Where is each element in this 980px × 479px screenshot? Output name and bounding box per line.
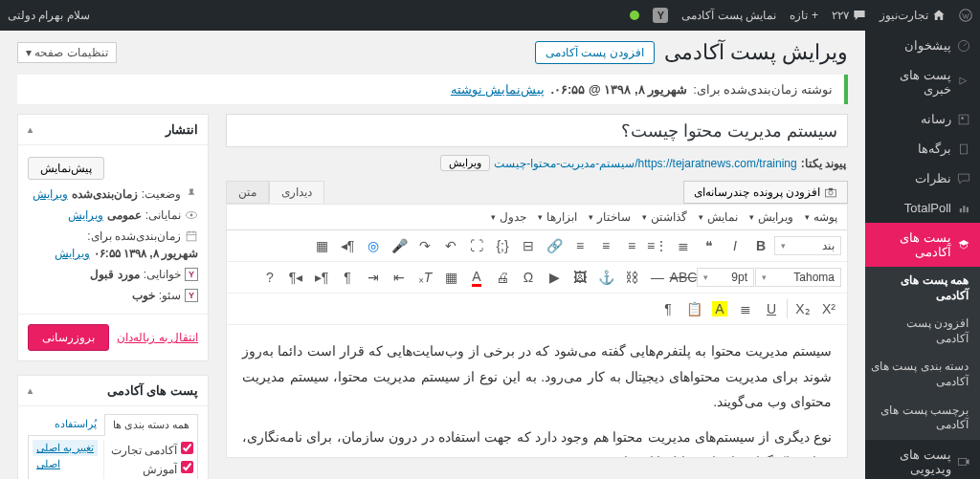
menu-table[interactable]: جدول <box>487 208 530 226</box>
cat-primary-2[interactable]: اصلی <box>33 456 98 472</box>
code-button[interactable]: {;} <box>490 233 515 258</box>
trash-link[interactable]: انتقال به زباله‌دان <box>117 331 198 344</box>
comments-link[interactable]: ۲۲۷ <box>832 9 866 22</box>
toolbar-row-1: بند B I ❝ ≣ ⋮≡ ≡ ≡ ≡ 🔗 ⊟ {;} ⛶ ↶ ↷ 🎤 ◎ <box>227 230 847 262</box>
anchor-button[interactable]: ⚓ <box>593 265 618 290</box>
menu-pages[interactable]: برگه‌ها <box>865 134 980 163</box>
undo-button[interactable]: ↶ <box>438 233 463 258</box>
update-button[interactable]: بروزرسانی <box>28 324 109 351</box>
publish-box-title[interactable]: انتشار <box>18 115 208 145</box>
bg-color-button[interactable]: A <box>707 296 732 321</box>
post-title-input[interactable] <box>226 114 848 147</box>
fullscreen-button[interactable]: ⛶ <box>464 233 489 258</box>
special-char-button[interactable]: Ω <box>516 265 541 290</box>
edit-schedule-link[interactable]: ویرایش <box>55 247 90 260</box>
menu-media[interactable]: رسانه <box>865 104 980 134</box>
svg-rect-5 <box>960 208 962 212</box>
print-button[interactable]: 🖨 <box>490 265 515 290</box>
menu-news[interactable]: پست های خبری <box>865 60 980 104</box>
clear-format-button[interactable]: Tₓ <box>412 265 437 290</box>
menu-insert[interactable]: گذاشتن <box>638 208 691 226</box>
categories-box-title[interactable]: پست های آکادمی <box>18 376 208 406</box>
cat-item-2[interactable]: آموزش مدیریت <box>104 459 193 479</box>
show-blocks-button[interactable]: ¶ <box>656 296 680 321</box>
edit-status-link[interactable]: ویرایش <box>33 187 68 201</box>
mic-button[interactable]: 🎤 <box>387 233 412 258</box>
size-select[interactable]: 9pt <box>697 268 754 287</box>
rtl-button[interactable]: ◂¶ <box>283 265 308 290</box>
wp-logo[interactable] <box>959 9 972 22</box>
text-color-button[interactable]: A <box>464 265 489 290</box>
justify-button[interactable]: ≣ <box>733 296 758 321</box>
cat-item-1[interactable]: آکادمی تجارت <box>104 440 193 459</box>
indent-button[interactable]: ⇥ <box>361 265 386 290</box>
help-button[interactable]: ? <box>257 265 282 290</box>
underline-button[interactable]: U <box>759 296 784 321</box>
new-content-link[interactable]: + تازه <box>790 9 818 22</box>
svg-rect-7 <box>967 207 969 212</box>
menu-comments[interactable]: نظرات <box>865 163 980 193</box>
outdent-button[interactable]: ⇤ <box>387 265 412 290</box>
preview-button[interactable]: پیش‌نمایش <box>28 157 104 180</box>
submenu-academy-cat[interactable]: دسته بندی پست های آکادمی <box>865 353 980 396</box>
menu-format[interactable]: ساختار <box>585 208 635 226</box>
edit-slug-button[interactable]: ویرایش <box>440 155 490 171</box>
link-button[interactable]: 🔗 <box>542 233 567 258</box>
tab-visual[interactable]: دیداری <box>269 181 324 204</box>
menu-view[interactable]: نمایش <box>695 208 742 226</box>
cat-primary-1[interactable]: تغییر به اصلی <box>33 440 98 456</box>
menu-tools[interactable]: ابزارها <box>534 208 581 226</box>
yoast-indicator[interactable]: Y <box>653 8 668 23</box>
edit-visibility-link[interactable]: ویرایش <box>68 208 103 222</box>
menu-file[interactable]: پوشه <box>801 208 841 226</box>
ul-button[interactable]: ≣ <box>671 233 696 258</box>
ltr-button[interactable]: ¶▸ <box>309 265 334 290</box>
menu-edit[interactable]: ویرایش <box>746 208 797 226</box>
bold-button[interactable]: B <box>748 233 773 258</box>
more-button[interactable]: ⊟ <box>516 233 541 258</box>
ol-button[interactable]: ⋮≡ <box>645 233 670 258</box>
content-area: ویرایش پست آکادمی افزودن پست آکادمی تنظی… <box>0 31 865 479</box>
image-button[interactable]: 🖼 <box>568 265 592 290</box>
paragraph-select[interactable]: بند <box>774 236 841 255</box>
cat-tab-all[interactable]: همه دسته بندی ها <box>104 414 198 436</box>
paste-text-button[interactable]: 📋 <box>681 296 706 321</box>
menu-dashboard[interactable]: پیشخوان <box>865 31 980 60</box>
submenu-academy-tag[interactable]: برچسب پست های آکادمی <box>865 397 980 440</box>
admin-menu: پیشخوان پست های خبری رسانه برگه‌ها نظرات… <box>865 31 980 479</box>
align-center-button[interactable]: ≡ <box>593 233 618 258</box>
add-media-button[interactable]: افزودن پرونده چندرسانه‌ای <box>683 181 848 204</box>
table-button[interactable]: ▦ <box>438 265 463 290</box>
font-select[interactable]: Tahoma <box>755 268 841 287</box>
align-right-button[interactable]: ≡ <box>619 233 644 258</box>
submenu-academy-add[interactable]: افزودن پست آکادمی <box>865 310 980 353</box>
sup-button[interactable]: X² <box>816 296 841 321</box>
toggle-toolbar-button[interactable]: ▦ <box>309 233 334 258</box>
permalink-url[interactable]: https://tejaratnews.com/training/سیستم-م… <box>494 157 796 170</box>
cat-tab-popular[interactable]: پُراستفاده <box>47 414 104 435</box>
target-button[interactable]: ◎ <box>361 233 386 258</box>
menu-video[interactable]: پست های ویدیویی <box>865 440 980 479</box>
view-post-link[interactable]: نمایش پست آکادمی <box>681 9 776 22</box>
pilcrow2-button[interactable]: ¶ <box>335 265 360 290</box>
menu-totalpoll[interactable]: TotalPoll <box>865 193 980 223</box>
menu-academy[interactable]: پست های آکادمی <box>865 223 980 267</box>
pilcrow-button[interactable]: ¶◂ <box>335 233 360 258</box>
hr-button[interactable]: — <box>645 265 670 290</box>
quote-button[interactable]: ❝ <box>697 233 722 258</box>
tab-text[interactable]: متن <box>226 181 269 204</box>
preview-link[interactable]: پیش‌نمایش نوشته <box>451 82 546 97</box>
italic-button[interactable]: I <box>723 233 747 258</box>
submenu-academy-all[interactable]: همه پست های آکادمی <box>865 267 980 310</box>
user-greeting[interactable]: سلام بهرام دولتی <box>8 9 90 22</box>
site-name-link[interactable]: تجارت‌نیوز <box>880 9 946 22</box>
unlink-button[interactable]: ⛓ <box>619 265 644 290</box>
editor-body[interactable]: سیستم مدیریت محتوا به پلتفرم‌هایی گفته م… <box>227 325 847 457</box>
strike-button[interactable]: ABC <box>671 265 696 290</box>
screen-options-button[interactable]: تنظیمات صفحه ▾ <box>17 42 117 63</box>
sub-button[interactable]: X₂ <box>791 296 815 321</box>
align-left-button[interactable]: ≡ <box>568 233 592 258</box>
video-button[interactable]: ▶ <box>542 265 567 290</box>
redo-button[interactable]: ↷ <box>412 233 437 258</box>
add-new-button[interactable]: افزودن پست آکادمی <box>535 41 655 64</box>
